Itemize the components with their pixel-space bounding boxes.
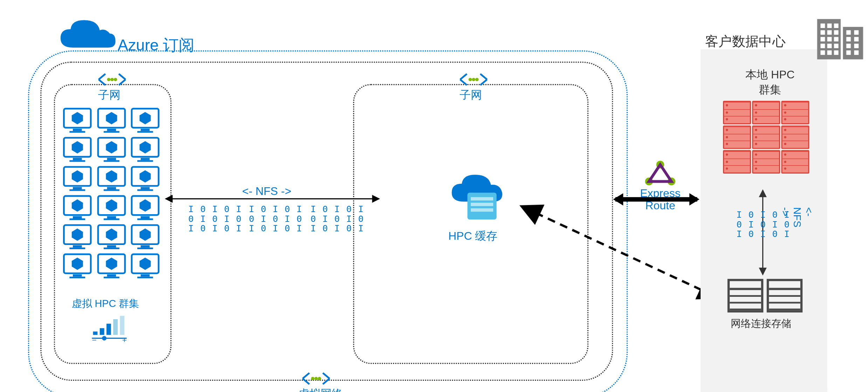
svg-rect-88 [820, 37, 825, 42]
svg-rect-56 [69, 276, 85, 278]
svg-rect-20 [69, 160, 85, 162]
svg-rect-58 [107, 274, 116, 276]
svg-rect-101 [846, 44, 851, 48]
svg-rect-19 [73, 158, 82, 160]
vm-icon [130, 223, 161, 251]
vm-icon [96, 252, 127, 280]
nfs-vertical-label: <- NFS -> [779, 207, 814, 227]
svg-rect-65 [106, 324, 111, 335]
nfs-arrow-label: <- NFS -> [242, 185, 291, 198]
svg-rect-72 [467, 192, 496, 219]
svg-rect-62 [138, 276, 153, 278]
svg-rect-87 [834, 30, 839, 35]
svg-rect-89 [827, 37, 832, 42]
nas-unit-icon [767, 279, 802, 313]
svg-rect-28 [73, 187, 82, 189]
vnet-label: 虚拟网络 [298, 386, 343, 392]
server-rack-icon [781, 150, 809, 174]
server-rack-icon [723, 101, 751, 124]
server-rack-icon [723, 150, 751, 174]
svg-rect-44 [138, 218, 153, 220]
svg-rect-22 [107, 158, 116, 160]
svg-point-4 [110, 78, 114, 81]
vm-icon [96, 194, 127, 222]
svg-rect-50 [103, 247, 119, 249]
svg-rect-91 [820, 44, 825, 48]
svg-point-1 [315, 377, 318, 380]
vm-icon [130, 252, 161, 280]
svg-rect-29 [69, 189, 85, 191]
svg-rect-35 [138, 189, 153, 191]
vm-icon [130, 164, 161, 192]
svg-line-76 [523, 207, 716, 297]
svg-point-3 [107, 78, 111, 81]
svg-rect-86 [827, 30, 832, 35]
subnet-label-right: 子网 [460, 88, 482, 103]
svg-rect-97 [846, 30, 851, 35]
svg-rect-83 [827, 23, 832, 28]
svg-rect-52 [141, 245, 150, 247]
server-rack-icon [723, 125, 751, 149]
nas-icon [728, 279, 802, 313]
svg-rect-37 [73, 216, 82, 218]
svg-point-6 [469, 78, 472, 81]
svg-rect-34 [141, 187, 150, 189]
svg-point-71 [102, 336, 106, 341]
binary-data-icon: I 0 I 0 I 0 I 0 I 0 I 0 I 0 I [249, 205, 302, 233]
virtual-hpc-cluster [62, 106, 163, 280]
vm-icon [130, 194, 161, 222]
server-rack-icon [752, 125, 780, 149]
svg-rect-66 [113, 319, 118, 335]
svg-rect-104 [854, 50, 859, 55]
svg-point-7 [472, 78, 475, 81]
svg-rect-84 [834, 23, 839, 28]
vm-icon [62, 252, 93, 280]
nfs-arrow-cluster-to-cache [166, 198, 379, 199]
svg-rect-38 [69, 218, 85, 220]
svg-rect-92 [827, 44, 832, 48]
vm-icon [62, 106, 93, 134]
svg-rect-41 [103, 218, 119, 220]
svg-text:−: − [92, 336, 96, 343]
vm-icon [130, 135, 161, 163]
vm-icon [130, 106, 161, 134]
svg-rect-23 [103, 160, 119, 162]
server-rack-icon [752, 150, 780, 174]
svg-rect-95 [827, 50, 832, 55]
svg-rect-98 [854, 30, 859, 35]
svg-rect-16 [141, 129, 150, 131]
svg-rect-59 [103, 276, 119, 278]
svg-point-2 [318, 377, 321, 380]
binary-data-icon: I 0 I 0 I 0 I 0 I 0 I 0 I 0 I [188, 205, 242, 233]
hpc-cache-icon [448, 174, 504, 226]
svg-rect-53 [138, 247, 153, 249]
svg-rect-49 [107, 245, 116, 247]
hpc-cache-label: HPC 缓存 [448, 229, 497, 244]
virtual-hpc-label: 虚拟 HPC 群集 [72, 297, 139, 310]
server-rack-icon [781, 125, 809, 149]
vm-icon [96, 106, 127, 134]
expressroute-arrow [615, 197, 697, 202]
svg-rect-99 [846, 37, 851, 42]
svg-rect-43 [141, 216, 150, 218]
svg-rect-55 [73, 274, 82, 276]
svg-rect-82 [820, 23, 825, 28]
svg-rect-64 [100, 328, 104, 335]
svg-rect-13 [107, 129, 116, 131]
svg-rect-17 [138, 131, 153, 133]
buildings-icon [815, 11, 865, 64]
vm-icon [62, 164, 93, 192]
svg-point-0 [311, 377, 315, 380]
vm-icon [96, 135, 127, 163]
svg-rect-61 [141, 274, 150, 276]
svg-rect-100 [854, 37, 859, 42]
svg-rect-90 [834, 37, 839, 42]
svg-rect-74 [471, 203, 493, 206]
binary-data-icon: I 0 I 0 I 0 I 0 I 0 I 0 I 0 I [310, 205, 364, 233]
svg-rect-63 [93, 331, 98, 335]
svg-rect-75 [471, 208, 493, 212]
onprem-hpc-cluster [723, 101, 809, 174]
svg-rect-40 [107, 216, 116, 218]
svg-rect-96 [834, 50, 839, 55]
svg-rect-31 [107, 187, 116, 189]
